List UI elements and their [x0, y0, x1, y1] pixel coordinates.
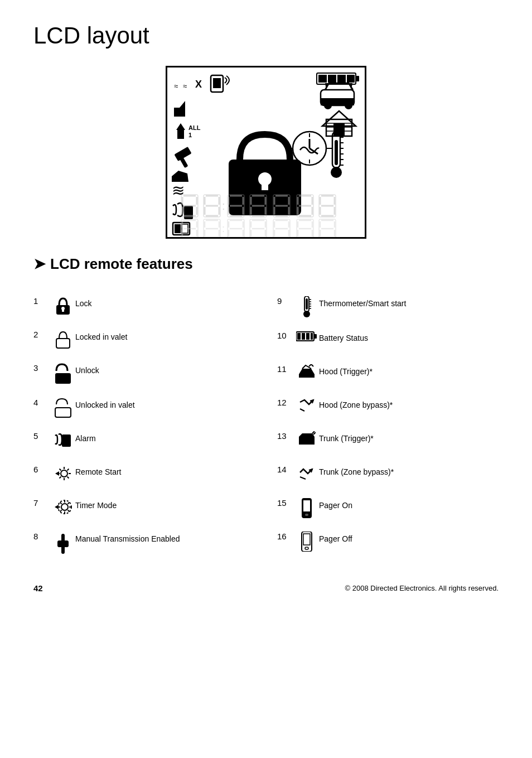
feature-label: Battery Status [319, 331, 368, 343]
feature-label: Trunk (Zone bypass)* [319, 465, 394, 477]
feature-label: Timer Mode [75, 498, 117, 510]
feature-number: 2 [33, 330, 50, 339]
feature-label: Unlocked in valet [75, 398, 135, 410]
list-item: 7 Timer [33, 491, 266, 525]
feature-number: 3 [33, 363, 50, 373]
svg-marker-20 [174, 101, 185, 117]
svg-rect-34 [262, 179, 268, 190]
lcd-box: ≈ ≈ X [166, 66, 366, 239]
list-item: 14 Trunk (Zone bypass)* [277, 458, 499, 491]
feature-number: 11 [277, 364, 294, 374]
feature-label: Hood (Trigger)* [319, 364, 373, 376]
page-footer: 42 © 2008 Directed Electronics. All righ… [33, 578, 499, 593]
page-number: 42 [33, 583, 43, 593]
svg-rect-7 [318, 75, 327, 83]
list-item: 11 Hood (Trigger)* [277, 358, 499, 391]
svg-point-182 [61, 504, 68, 510]
svg-rect-211 [305, 514, 308, 516]
unlock-valet-icon [50, 398, 75, 418]
svg-rect-167 [62, 308, 64, 312]
feature-label: Thermometer/Smart start [319, 296, 406, 308]
trunk-trigger-icon [294, 431, 319, 447]
features-col-right: 9 Thermometer/Smart start 10 [266, 289, 499, 567]
svg-text::: : [222, 200, 225, 212]
feature-number: 12 [277, 398, 294, 407]
feature-number: 1 [33, 296, 50, 306]
svg-text:≈: ≈ [183, 82, 187, 90]
arrow-icon: ➤ [33, 255, 46, 273]
trunk-bypass-icon [294, 465, 319, 480]
alarm-icon [50, 431, 75, 448]
svg-line-179 [67, 469, 69, 471]
feature-number: 15 [277, 498, 294, 508]
timer-icon [50, 498, 75, 516]
feature-number: 5 [33, 431, 50, 441]
features-col-left: 1 Lock 2 Locked in valet [33, 289, 266, 567]
svg-line-187 [60, 503, 61, 504]
feature-label: Trunk (Trigger)* [319, 431, 374, 443]
svg-line-188 [67, 510, 69, 512]
list-item: 2 Locked in valet [33, 323, 266, 356]
svg-rect-169 [55, 373, 71, 384]
feature-number: 9 [277, 296, 294, 306]
svg-rect-22 [177, 130, 184, 139]
svg-rect-206 [302, 333, 305, 340]
svg-line-180 [59, 477, 61, 479]
svg-point-172 [61, 470, 67, 477]
svg-rect-10 [347, 75, 355, 83]
svg-marker-181 [55, 471, 59, 476]
svg-line-189 [67, 503, 69, 504]
lock-icon [50, 296, 75, 315]
copyright-text: © 2008 Directed Electronics. All rights … [345, 584, 499, 592]
svg-marker-192 [55, 505, 59, 509]
hood-bypass-icon [294, 398, 319, 413]
svg-rect-170 [55, 408, 71, 417]
feature-number: 7 [33, 498, 50, 508]
svg-rect-208 [311, 333, 313, 340]
list-item: 13 Trunk (Trigger)* [277, 424, 499, 458]
svg-rect-30 [175, 224, 181, 233]
svg-rect-214 [305, 547, 308, 549]
feature-label: Manual Transmission Enabled [75, 532, 180, 544]
svg-rect-8 [328, 75, 336, 83]
hood-trigger-icon [294, 364, 319, 380]
svg-rect-6 [356, 76, 359, 81]
list-item: 5 Alarm [33, 424, 266, 458]
svg-rect-204 [314, 334, 317, 339]
section-title: LCD remote features [50, 255, 193, 273]
svg-rect-9 [337, 75, 346, 83]
page-title: LCD layout [33, 22, 499, 49]
svg-rect-207 [306, 333, 309, 340]
svg-text:≋: ≋ [172, 182, 185, 199]
feature-label: Alarm [75, 431, 96, 443]
svg-rect-14 [321, 98, 354, 105]
svg-rect-16 [333, 123, 345, 136]
svg-text:X: X [195, 79, 202, 90]
list-item: 4 Unlocked in valet [33, 391, 266, 424]
feature-label: Unlock [75, 363, 99, 375]
feature-label: Pager On [319, 498, 352, 510]
svg-text::: : [222, 223, 225, 234]
section-heading: ➤ LCD remote features [33, 255, 499, 273]
svg-marker-21 [176, 123, 185, 130]
feature-label: Pager Off [319, 532, 352, 544]
feature-number: 6 [33, 465, 50, 474]
svg-text:1: 1 [188, 132, 192, 138]
svg-rect-4 [213, 78, 221, 88]
manual-trans-icon [50, 532, 75, 554]
svg-rect-194 [57, 540, 69, 547]
feature-label: Hood (Zone bypass)* [319, 398, 393, 410]
feature-number: 4 [33, 398, 50, 407]
features-grid: 1 Lock 2 Locked in valet [33, 289, 499, 567]
feature-number: 13 [277, 431, 294, 441]
unlock-icon [50, 363, 75, 384]
list-item: 12 Hood (Zone bypass)* [277, 391, 499, 424]
svg-rect-171 [62, 434, 71, 447]
battery-icon [294, 331, 319, 342]
svg-line-190 [60, 510, 61, 512]
list-item: 8 Manual Transmission Enabled [33, 525, 266, 567]
list-item: 16 Pager Off [277, 525, 499, 558]
svg-text:ALL: ALL [188, 124, 201, 131]
lcd-diagram: ≈ ≈ X [33, 66, 499, 239]
svg-rect-168 [56, 339, 70, 348]
